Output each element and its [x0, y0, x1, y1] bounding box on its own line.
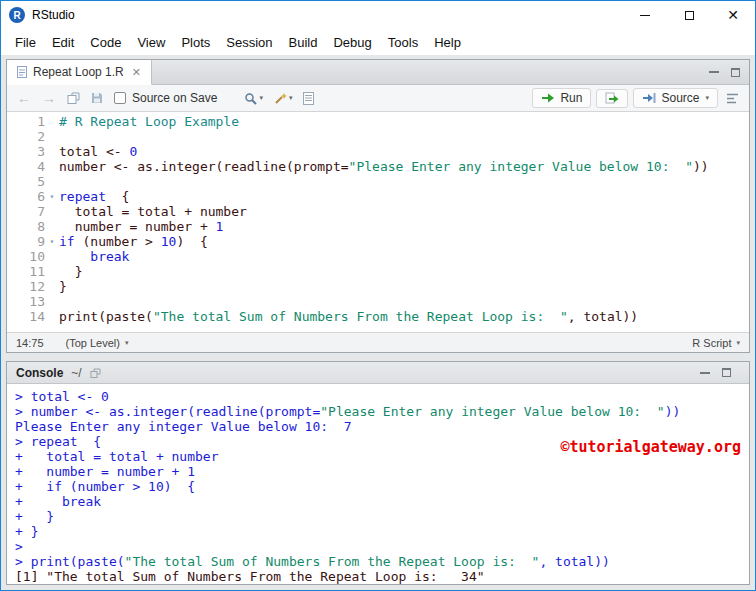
- menu-bar: File Edit Code View Plots Session Build …: [1, 29, 755, 55]
- code-tools-button[interactable]: ▾: [271, 90, 296, 107]
- maximize-window-button[interactable]: [667, 1, 711, 29]
- menu-file[interactable]: File: [7, 31, 44, 54]
- fold-spacer: [45, 174, 59, 189]
- editor-tab-title: Repeat Loop 1.R: [33, 65, 124, 79]
- code-line[interactable]: 3total <- 0: [7, 144, 749, 159]
- code-line[interactable]: 13: [7, 294, 749, 309]
- chevron-down-icon: ▾: [705, 94, 709, 102]
- menu-session[interactable]: Session: [218, 31, 280, 54]
- fold-arrow-icon[interactable]: ▾: [45, 189, 59, 204]
- code-token-plain: }: [59, 264, 82, 279]
- fold-arrow-icon[interactable]: ▾: [45, 234, 59, 249]
- fold-spacer: [45, 279, 59, 294]
- panel-minimize-icon[interactable]: [709, 71, 719, 73]
- code-line[interactable]: 2: [7, 129, 749, 144]
- console-title[interactable]: Console: [16, 366, 63, 380]
- minimize-icon: [640, 15, 650, 16]
- source-button[interactable]: Source ▾: [633, 88, 718, 108]
- code-token-string: "The total Sum of Numbers From the Repea…: [125, 554, 540, 569]
- console-line: > print(paste("The total Sum of Numbers …: [15, 554, 749, 569]
- code-line[interactable]: 5: [7, 174, 749, 189]
- fold-spacer: [45, 219, 59, 234]
- chevron-down-icon: ▾: [736, 339, 740, 347]
- menu-plots[interactable]: Plots: [173, 31, 218, 54]
- panel-maximize-icon[interactable]: [722, 368, 731, 377]
- menu-build[interactable]: Build: [281, 31, 326, 54]
- find-replace-button[interactable]: ▾: [241, 90, 266, 107]
- line-number: 10: [7, 249, 45, 264]
- code-line[interactable]: 4number <- as.integer(readline(prompt="P…: [7, 159, 749, 174]
- close-window-button[interactable]: ✕: [711, 1, 755, 29]
- save-button[interactable]: [88, 90, 106, 106]
- menu-code[interactable]: Code: [82, 31, 129, 54]
- tab-close-icon[interactable]: ✕: [132, 67, 141, 78]
- back-icon[interactable]: ←: [14, 91, 34, 105]
- code-line-text: total <- 0: [59, 144, 137, 159]
- code-token-input: + break: [15, 494, 101, 509]
- code-line[interactable]: 14print(paste("The total Sum of Numbers …: [7, 309, 749, 324]
- line-number: 5: [7, 174, 45, 189]
- document-outline-button[interactable]: [723, 91, 742, 106]
- code-token-input: + }: [15, 509, 54, 524]
- scope-selector[interactable]: (Top Level) ▾: [66, 337, 129, 349]
- code-line[interactable]: 11 }: [7, 264, 749, 279]
- chevron-down-icon: ▾: [289, 94, 293, 102]
- code-token-input: >: [15, 539, 31, 554]
- run-icon: [541, 92, 555, 104]
- code-line[interactable]: 1# R Repeat Loop Example: [7, 114, 749, 129]
- file-type-label: R Script: [692, 337, 731, 349]
- menu-help[interactable]: Help: [426, 31, 469, 54]
- code-token-plain: (number >: [75, 234, 161, 249]
- fold-spacer: [45, 144, 59, 159]
- code-line[interactable]: 8 number = number + 1: [7, 219, 749, 234]
- forward-icon[interactable]: →: [39, 91, 59, 105]
- fold-spacer: [45, 159, 59, 174]
- file-type-selector[interactable]: R Script ▾: [692, 337, 740, 349]
- menu-tools[interactable]: Tools: [380, 31, 426, 54]
- code-token-number: 0: [129, 144, 137, 159]
- cursor-position: 14:75: [16, 337, 44, 349]
- code-token-input: , total)): [539, 554, 609, 569]
- rerun-button[interactable]: [596, 89, 628, 108]
- code-token-input: > repeat {: [15, 434, 101, 449]
- r-file-icon: [17, 66, 27, 78]
- source-on-save-checkbox[interactable]: Source on Save: [111, 89, 220, 107]
- console-popout-icon[interactable]: [90, 368, 101, 378]
- code-line[interactable]: 9▾if (number > 10) {: [7, 234, 749, 249]
- code-token-plain: number = number +: [59, 219, 216, 234]
- compile-report-button[interactable]: [300, 90, 317, 107]
- search-icon: [244, 92, 257, 105]
- scope-label: (Top Level): [66, 337, 120, 349]
- code-token-plain: }: [59, 279, 67, 294]
- panel-minimize-icon[interactable]: [700, 372, 710, 374]
- code-token-plain: total = total + number: [59, 204, 247, 219]
- code-line[interactable]: 6▾repeat {: [7, 189, 749, 204]
- rstudio-logo-icon: R: [9, 7, 25, 23]
- chevron-down-icon: ▾: [259, 94, 263, 102]
- watermark: ©tutorialgateway.org: [560, 440, 741, 455]
- panel-maximize-icon[interactable]: [731, 68, 740, 77]
- checkbox-icon: [114, 92, 126, 104]
- code-token-input: + if (number > 10) {: [15, 479, 195, 494]
- menu-debug[interactable]: Debug: [325, 31, 379, 54]
- code-token-plain: total <-: [59, 144, 129, 159]
- code-line[interactable]: 10 break: [7, 249, 749, 264]
- code-token-number: 10: [161, 234, 177, 249]
- minimize-window-button[interactable]: [623, 1, 667, 29]
- line-number: 14: [7, 309, 45, 324]
- code-line[interactable]: 12}: [7, 279, 749, 294]
- code-area[interactable]: 1# R Repeat Loop Example23total <- 04num…: [7, 112, 749, 332]
- fold-spacer: [45, 309, 59, 324]
- code-line-text: print(paste("The total Sum of Numbers Fr…: [59, 309, 638, 324]
- editor-tab[interactable]: Repeat Loop 1.R ✕: [7, 60, 152, 85]
- run-button[interactable]: Run: [532, 88, 591, 108]
- console-header: Console ~/: [7, 362, 749, 384]
- console-body[interactable]: > total <- 0> number <- as.integer(readl…: [7, 384, 749, 584]
- line-number: 1: [7, 114, 45, 129]
- code-line[interactable]: 7 total = total + number: [7, 204, 749, 219]
- maximize-icon: [685, 11, 694, 20]
- menu-view[interactable]: View: [129, 31, 173, 54]
- menu-edit[interactable]: Edit: [44, 31, 82, 54]
- open-in-new-window-button[interactable]: [64, 90, 83, 106]
- code-token-plain: {: [106, 189, 129, 204]
